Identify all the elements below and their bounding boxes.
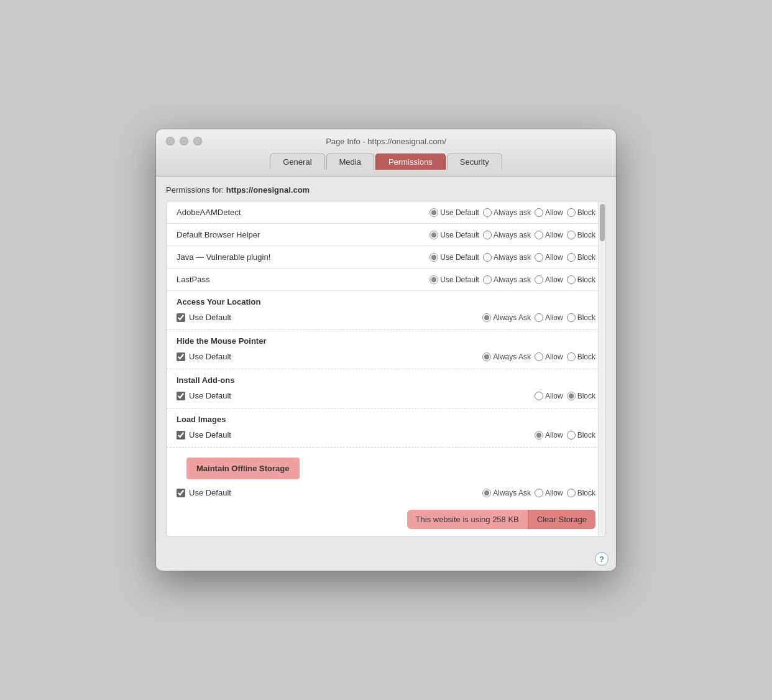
close-light[interactable]: [166, 137, 175, 145]
radio-block[interactable]: Block: [567, 275, 595, 284]
storage-info-row: This website is using 258 KB Clear Stora…: [167, 505, 605, 537]
section-radio-group-install-addons: Allow Block: [535, 392, 595, 400]
section-radio-group-load-images: Allow Block: [535, 431, 595, 440]
radio-use-default[interactable]: Use Default: [430, 275, 479, 284]
help-button[interactable]: ?: [595, 552, 609, 566]
minimize-light[interactable]: [180, 137, 188, 145]
permissions-box: AdobeAAMDetect Use Default Always ask: [166, 201, 606, 537]
scroll-area: AdobeAAMDetect Use Default Always ask: [167, 201, 605, 537]
use-default-checkbox-install-addons[interactable]: Use Default: [177, 391, 231, 400]
titlebar: Page Info - https://onesignal.com/ Gener…: [156, 129, 616, 177]
radio-block-offline[interactable]: Block: [567, 489, 595, 497]
use-default-checkbox-hide-mouse[interactable]: Use Default: [177, 352, 231, 361]
storage-banner: This website is using 258 KB Clear Stora…: [407, 510, 595, 529]
radio-block-location[interactable]: Block: [567, 313, 595, 322]
radio-allow-addons[interactable]: Allow: [535, 392, 563, 400]
section-load-images: Load Images Use Default Allow: [167, 408, 605, 448]
section-maintain-offline-storage: Maintain Offline Storage Use Default Alw…: [167, 448, 605, 537]
radio-always-ask[interactable]: Always ask: [483, 208, 531, 217]
storage-info-text: This website is using 258 KB: [407, 510, 528, 529]
section-title-maintain-offline-storage: Maintain Offline Storage: [186, 458, 300, 479]
section-row-load-images: Use Default Allow Block: [167, 426, 605, 447]
scrollbar-thumb[interactable]: [600, 204, 605, 241]
scrollbar-track[interactable]: [598, 201, 605, 537]
radio-use-default[interactable]: Use Default: [430, 253, 479, 262]
radio-allow[interactable]: Allow: [535, 208, 563, 217]
section-hide-mouse-pointer: Hide the Mouse Pointer Use Default Alway…: [167, 330, 605, 369]
radio-always-ask[interactable]: Always ask: [483, 253, 531, 262]
permissions-for-url: https://onesignal.com: [226, 185, 310, 195]
plugin-radio-group: Use Default Always ask Allow Block: [430, 253, 595, 262]
tab-bar: General Media Permissions Security: [270, 154, 502, 170]
section-row-hide-mouse-pointer: Use Default Always Ask Allow: [167, 348, 605, 369]
section-radio-group-offline-storage: Always Ask Allow Block: [482, 489, 595, 497]
maximize-light[interactable]: [193, 137, 202, 145]
use-default-checkbox-load-images[interactable]: Use Default: [177, 430, 231, 440]
radio-block[interactable]: Block: [567, 231, 595, 239]
use-default-checkbox-access-location[interactable]: Use Default: [177, 313, 231, 322]
use-default-checkbox-offline-storage[interactable]: Use Default: [177, 488, 231, 497]
footer: ?: [156, 547, 616, 571]
section-row-install-addons: Use Default Allow Block: [167, 387, 605, 408]
section-access-location: Access Your Location Use Default Always …: [167, 291, 605, 330]
radio-allow-images[interactable]: Allow: [535, 431, 563, 440]
plugin-radio-group: Use Default Always ask Allow Block: [430, 231, 595, 239]
tab-security[interactable]: Security: [447, 154, 502, 170]
section-title-access-location: Access Your Location: [167, 291, 605, 309]
radio-allow[interactable]: Allow: [535, 231, 563, 239]
plugin-radio-group: Use Default Always ask Allow Block: [430, 208, 595, 217]
window-title: Page Info - https://onesignal.com/: [326, 137, 446, 146]
radio-block-mouse[interactable]: Block: [567, 352, 595, 361]
plugin-name: AdobeAAMDetect: [177, 208, 430, 217]
clear-storage-button[interactable]: Clear Storage: [528, 510, 595, 529]
plugin-name: Java — Vulnerable plugin!: [177, 252, 430, 262]
radio-block-images[interactable]: Block: [567, 431, 595, 440]
plugin-radio-group: Use Default Always ask Allow Block: [430, 275, 595, 284]
radio-block[interactable]: Block: [567, 253, 595, 262]
permissions-for-label: Permissions for: https://onesignal.com: [166, 185, 606, 195]
section-radio-group-access-location: Always Ask Allow Block: [482, 313, 595, 322]
tab-permissions[interactable]: Permissions: [375, 154, 446, 170]
plugin-row-default-browser-helper: Default Browser Helper Use Default Alway…: [167, 224, 605, 246]
radio-use-default[interactable]: Use Default: [430, 208, 479, 217]
plugin-name: LastPass: [177, 275, 430, 284]
radio-always-ask-mouse[interactable]: Always Ask: [482, 352, 531, 361]
radio-allow[interactable]: Allow: [535, 253, 563, 262]
radio-always-ask[interactable]: Always ask: [483, 275, 531, 284]
radio-block-addons[interactable]: Block: [567, 392, 595, 400]
section-row-access-location: Use Default Always Ask Allow: [167, 309, 605, 329]
radio-allow-offline[interactable]: Allow: [535, 489, 563, 497]
section-install-addons: Install Add-ons Use Default Allow: [167, 369, 605, 408]
section-title-install-addons: Install Add-ons: [167, 369, 605, 387]
plugin-row-lastpass: LastPass Use Default Always ask Allow: [167, 269, 605, 291]
radio-always-ask[interactable]: Always ask: [483, 231, 531, 239]
tab-media[interactable]: Media: [326, 154, 374, 170]
radio-allow[interactable]: Allow: [535, 275, 563, 284]
radio-always-ask-offline[interactable]: Always Ask: [482, 489, 531, 497]
section-row-maintain-offline-storage: Use Default Always Ask Allow: [167, 484, 605, 505]
traffic-lights: [166, 137, 202, 145]
radio-always-ask-location[interactable]: Always Ask: [482, 313, 531, 322]
section-header-container-offline: Maintain Offline Storage: [167, 448, 605, 484]
plugin-name: Default Browser Helper: [177, 230, 430, 239]
section-radio-group-hide-mouse: Always Ask Allow Block: [482, 352, 595, 361]
section-title-load-images: Load Images: [167, 408, 605, 426]
radio-allow-location[interactable]: Allow: [535, 313, 563, 322]
plugin-row-java: Java — Vulnerable plugin! Use Default Al…: [167, 246, 605, 269]
radio-use-default[interactable]: Use Default: [430, 231, 479, 239]
radio-block[interactable]: Block: [567, 208, 595, 217]
page-info-window: Page Info - https://onesignal.com/ Gener…: [156, 129, 616, 571]
content-area: Permissions for: https://onesignal.com A…: [156, 177, 616, 547]
tab-general[interactable]: General: [270, 154, 324, 170]
section-title-hide-mouse-pointer: Hide the Mouse Pointer: [167, 330, 605, 348]
radio-allow-mouse[interactable]: Allow: [535, 352, 563, 361]
plugin-row-adobeaamdetect: AdobeAAMDetect Use Default Always ask: [167, 201, 605, 224]
